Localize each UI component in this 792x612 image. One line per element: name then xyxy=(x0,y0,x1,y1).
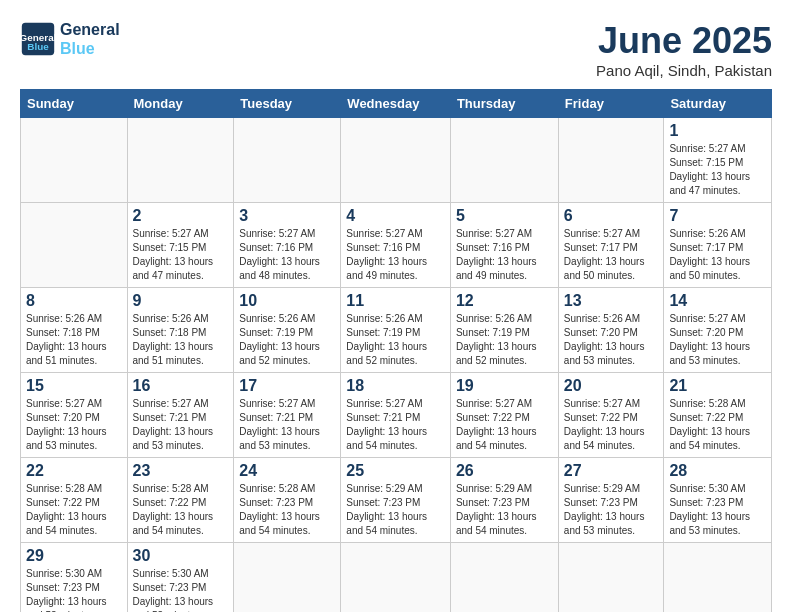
calendar-header-row: SundayMondayTuesdayWednesdayThursdayFrid… xyxy=(21,90,772,118)
col-header-friday: Friday xyxy=(558,90,664,118)
day-info: Sunrise: 5:30 AMSunset: 7:23 PMDaylight:… xyxy=(669,483,750,536)
day-number: 13 xyxy=(564,292,659,310)
calendar-cell xyxy=(127,118,234,203)
calendar-cell: 25Sunrise: 5:29 AMSunset: 7:23 PMDayligh… xyxy=(341,458,451,543)
day-number: 12 xyxy=(456,292,553,310)
day-info: Sunrise: 5:30 AMSunset: 7:23 PMDaylight:… xyxy=(133,568,214,612)
calendar-cell: 16Sunrise: 5:27 AMSunset: 7:21 PMDayligh… xyxy=(127,373,234,458)
col-header-monday: Monday xyxy=(127,90,234,118)
calendar-cell xyxy=(558,118,664,203)
calendar-table: SundayMondayTuesdayWednesdayThursdayFrid… xyxy=(20,89,772,612)
calendar-cell: 26Sunrise: 5:29 AMSunset: 7:23 PMDayligh… xyxy=(450,458,558,543)
svg-text:Blue: Blue xyxy=(27,41,49,52)
day-info: Sunrise: 5:28 AMSunset: 7:22 PMDaylight:… xyxy=(26,483,107,536)
day-number: 16 xyxy=(133,377,229,395)
day-number: 26 xyxy=(456,462,553,480)
calendar-cell: 21Sunrise: 5:28 AMSunset: 7:22 PMDayligh… xyxy=(664,373,772,458)
calendar-week-5: 22Sunrise: 5:28 AMSunset: 7:22 PMDayligh… xyxy=(21,458,772,543)
calendar-cell: 2Sunrise: 5:27 AMSunset: 7:15 PMDaylight… xyxy=(127,203,234,288)
calendar-week-2: 2Sunrise: 5:27 AMSunset: 7:15 PMDaylight… xyxy=(21,203,772,288)
calendar-cell xyxy=(21,203,128,288)
calendar-cell: 14Sunrise: 5:27 AMSunset: 7:20 PMDayligh… xyxy=(664,288,772,373)
day-number: 28 xyxy=(669,462,766,480)
day-info: Sunrise: 5:26 AMSunset: 7:18 PMDaylight:… xyxy=(26,313,107,366)
calendar-cell: 18Sunrise: 5:27 AMSunset: 7:21 PMDayligh… xyxy=(341,373,451,458)
calendar-cell: 10Sunrise: 5:26 AMSunset: 7:19 PMDayligh… xyxy=(234,288,341,373)
calendar-week-6: 29Sunrise: 5:30 AMSunset: 7:23 PMDayligh… xyxy=(21,543,772,613)
day-number: 8 xyxy=(26,292,122,310)
day-info: Sunrise: 5:26 AMSunset: 7:19 PMDaylight:… xyxy=(239,313,320,366)
calendar-cell: 5Sunrise: 5:27 AMSunset: 7:16 PMDaylight… xyxy=(450,203,558,288)
calendar-cell: 3Sunrise: 5:27 AMSunset: 7:16 PMDaylight… xyxy=(234,203,341,288)
calendar-cell: 30Sunrise: 5:30 AMSunset: 7:23 PMDayligh… xyxy=(127,543,234,613)
day-info: Sunrise: 5:27 AMSunset: 7:21 PMDaylight:… xyxy=(133,398,214,451)
day-info: Sunrise: 5:27 AMSunset: 7:22 PMDaylight:… xyxy=(564,398,645,451)
day-number: 6 xyxy=(564,207,659,225)
calendar-week-4: 15Sunrise: 5:27 AMSunset: 7:20 PMDayligh… xyxy=(21,373,772,458)
day-info: Sunrise: 5:27 AMSunset: 7:20 PMDaylight:… xyxy=(669,313,750,366)
calendar-week-1: 1Sunrise: 5:27 AMSunset: 7:15 PMDaylight… xyxy=(21,118,772,203)
calendar-cell: 7Sunrise: 5:26 AMSunset: 7:17 PMDaylight… xyxy=(664,203,772,288)
day-number: 10 xyxy=(239,292,335,310)
calendar-cell: 4Sunrise: 5:27 AMSunset: 7:16 PMDaylight… xyxy=(341,203,451,288)
calendar-cell: 11Sunrise: 5:26 AMSunset: 7:19 PMDayligh… xyxy=(341,288,451,373)
day-info: Sunrise: 5:26 AMSunset: 7:18 PMDaylight:… xyxy=(133,313,214,366)
col-header-wednesday: Wednesday xyxy=(341,90,451,118)
day-info: Sunrise: 5:27 AMSunset: 7:21 PMDaylight:… xyxy=(239,398,320,451)
day-info: Sunrise: 5:26 AMSunset: 7:17 PMDaylight:… xyxy=(669,228,750,281)
month-title: June 2025 xyxy=(596,20,772,62)
day-info: Sunrise: 5:27 AMSunset: 7:15 PMDaylight:… xyxy=(133,228,214,281)
calendar-cell xyxy=(664,543,772,613)
day-info: Sunrise: 5:29 AMSunset: 7:23 PMDaylight:… xyxy=(456,483,537,536)
calendar-cell: 27Sunrise: 5:29 AMSunset: 7:23 PMDayligh… xyxy=(558,458,664,543)
col-header-saturday: Saturday xyxy=(664,90,772,118)
calendar-cell xyxy=(341,118,451,203)
calendar-cell xyxy=(341,543,451,613)
calendar-cell: 15Sunrise: 5:27 AMSunset: 7:20 PMDayligh… xyxy=(21,373,128,458)
day-info: Sunrise: 5:27 AMSunset: 7:15 PMDaylight:… xyxy=(669,143,750,196)
calendar-cell: 20Sunrise: 5:27 AMSunset: 7:22 PMDayligh… xyxy=(558,373,664,458)
col-header-sunday: Sunday xyxy=(21,90,128,118)
day-number: 17 xyxy=(239,377,335,395)
day-info: Sunrise: 5:27 AMSunset: 7:16 PMDaylight:… xyxy=(239,228,320,281)
day-number: 19 xyxy=(456,377,553,395)
day-number: 23 xyxy=(133,462,229,480)
day-info: Sunrise: 5:28 AMSunset: 7:22 PMDaylight:… xyxy=(133,483,214,536)
calendar-cell xyxy=(558,543,664,613)
calendar-cell: 6Sunrise: 5:27 AMSunset: 7:17 PMDaylight… xyxy=(558,203,664,288)
location: Pano Aqil, Sindh, Pakistan xyxy=(596,62,772,79)
calendar-cell xyxy=(234,543,341,613)
calendar-cell: 19Sunrise: 5:27 AMSunset: 7:22 PMDayligh… xyxy=(450,373,558,458)
day-number: 14 xyxy=(669,292,766,310)
day-info: Sunrise: 5:29 AMSunset: 7:23 PMDaylight:… xyxy=(564,483,645,536)
calendar-cell: 23Sunrise: 5:28 AMSunset: 7:22 PMDayligh… xyxy=(127,458,234,543)
day-number: 15 xyxy=(26,377,122,395)
day-number: 5 xyxy=(456,207,553,225)
logo-text-general: General xyxy=(60,20,120,39)
calendar-cell: 29Sunrise: 5:30 AMSunset: 7:23 PMDayligh… xyxy=(21,543,128,613)
day-number: 25 xyxy=(346,462,445,480)
calendar-cell xyxy=(234,118,341,203)
day-info: Sunrise: 5:28 AMSunset: 7:23 PMDaylight:… xyxy=(239,483,320,536)
calendar-cell: 24Sunrise: 5:28 AMSunset: 7:23 PMDayligh… xyxy=(234,458,341,543)
day-info: Sunrise: 5:27 AMSunset: 7:16 PMDaylight:… xyxy=(346,228,427,281)
title-block: June 2025 Pano Aqil, Sindh, Pakistan xyxy=(596,20,772,79)
calendar-cell: 8Sunrise: 5:26 AMSunset: 7:18 PMDaylight… xyxy=(21,288,128,373)
col-header-thursday: Thursday xyxy=(450,90,558,118)
calendar-cell: 13Sunrise: 5:26 AMSunset: 7:20 PMDayligh… xyxy=(558,288,664,373)
day-number: 7 xyxy=(669,207,766,225)
day-info: Sunrise: 5:26 AMSunset: 7:19 PMDaylight:… xyxy=(346,313,427,366)
day-info: Sunrise: 5:27 AMSunset: 7:22 PMDaylight:… xyxy=(456,398,537,451)
calendar-cell: 1Sunrise: 5:27 AMSunset: 7:15 PMDaylight… xyxy=(664,118,772,203)
day-info: Sunrise: 5:26 AMSunset: 7:20 PMDaylight:… xyxy=(564,313,645,366)
calendar-cell: 9Sunrise: 5:26 AMSunset: 7:18 PMDaylight… xyxy=(127,288,234,373)
day-info: Sunrise: 5:30 AMSunset: 7:23 PMDaylight:… xyxy=(26,568,107,612)
logo: General Blue General Blue xyxy=(20,20,120,58)
day-number: 21 xyxy=(669,377,766,395)
calendar-cell xyxy=(21,118,128,203)
day-info: Sunrise: 5:27 AMSunset: 7:21 PMDaylight:… xyxy=(346,398,427,451)
day-info: Sunrise: 5:27 AMSunset: 7:20 PMDaylight:… xyxy=(26,398,107,451)
day-number: 20 xyxy=(564,377,659,395)
day-number: 4 xyxy=(346,207,445,225)
calendar-cell xyxy=(450,543,558,613)
